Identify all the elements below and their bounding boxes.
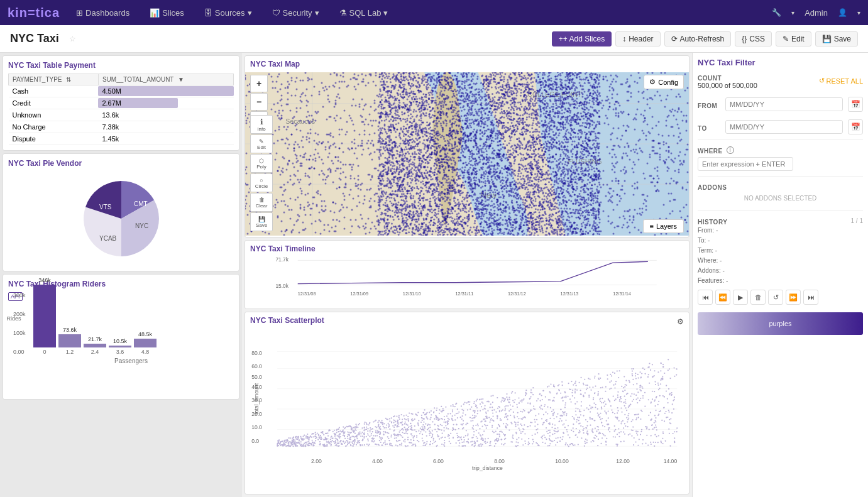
svg-point-1305 <box>534 422 536 423</box>
history-first-button[interactable]: ⏮ <box>698 290 713 305</box>
from-date-input[interactable] <box>725 97 843 111</box>
wrench-icon[interactable]: 🔧 <box>772 8 781 17</box>
table-row: No Charge 7.38k <box>9 121 234 133</box>
svg-point-1459 <box>635 373 636 374</box>
svg-point-1603 <box>347 438 348 439</box>
auto-refresh-button[interactable]: ⟳ Auto-Refresh <box>664 31 732 46</box>
sort-desc-icon[interactable]: ▼ <box>178 76 184 83</box>
sort-icon[interactable]: ⇅ <box>66 76 71 83</box>
header-button[interactable]: ↕ Header <box>615 31 660 46</box>
css-button[interactable]: {} CSS <box>735 31 772 46</box>
svg-point-1630 <box>615 444 617 445</box>
poly-tool-button[interactable]: ⬡ Poly <box>250 154 273 173</box>
logo[interactable]: kin=tica <box>8 6 60 20</box>
map-area[interactable]: Secaucus COLLEGE POINT FLUSHING New setT… <box>245 72 689 236</box>
svg-point-1343 <box>363 430 365 431</box>
svg-point-1615 <box>314 435 316 437</box>
zoom-out-button[interactable]: − <box>250 93 268 111</box>
user-icon[interactable]: 👤 <box>838 8 847 17</box>
history-prev-button[interactable]: ⏪ <box>715 290 730 305</box>
to-date-input[interactable] <box>725 120 843 134</box>
nav-slices[interactable]: 📊 Slices <box>146 8 188 18</box>
from-calendar-button[interactable]: 📅 <box>848 97 863 112</box>
svg-point-1107 <box>480 434 481 435</box>
svg-point-163 <box>589 405 590 406</box>
svg-text:4.00: 4.00 <box>372 458 383 464</box>
svg-point-1117 <box>551 427 552 428</box>
svg-point-561 <box>579 417 580 418</box>
svg-point-734 <box>431 437 432 438</box>
svg-point-415 <box>607 378 608 380</box>
svg-point-1400 <box>573 384 574 385</box>
nav-dashboards[interactable]: ⊞ Dashboards <box>72 8 133 18</box>
info-tool-button[interactable]: ℹ Info <box>250 115 273 134</box>
svg-point-2045 <box>527 402 529 403</box>
nav-sqllab[interactable]: ⚗ SQL Lab ▾ <box>336 8 392 18</box>
svg-point-858 <box>495 431 497 432</box>
svg-point-1386 <box>461 423 462 425</box>
nav-sources[interactable]: 🗄 Sources ▾ <box>201 8 256 18</box>
save-tool-button[interactable]: 💾 Save <box>250 212 273 231</box>
svg-point-246 <box>621 412 622 413</box>
add-slices-button[interactable]: + + Add Slices <box>552 31 612 46</box>
svg-point-120 <box>530 422 531 423</box>
svg-point-718 <box>448 435 449 437</box>
clear-tool-button[interactable]: 🗑 Clear <box>250 193 273 212</box>
history-loop-button[interactable]: ↺ <box>768 290 783 305</box>
svg-point-59 <box>380 426 381 427</box>
svg-point-1443 <box>474 410 475 412</box>
svg-point-1166 <box>495 412 497 413</box>
to-calendar-button[interactable]: 📅 <box>848 119 863 134</box>
svg-point-591 <box>370 431 371 432</box>
svg-point-1470 <box>432 430 433 432</box>
svg-point-1805 <box>346 440 348 441</box>
svg-point-124 <box>611 380 612 381</box>
circle-tool-button[interactable]: ○ Circle <box>250 173 273 192</box>
svg-point-1566 <box>627 415 629 416</box>
svg-point-1874 <box>635 398 637 400</box>
svg-point-597 <box>423 422 424 423</box>
svg-point-1441 <box>549 435 551 437</box>
color-palette-strip[interactable]: purples <box>698 312 863 335</box>
svg-point-1106 <box>412 435 413 436</box>
svg-point-1546 <box>597 413 598 414</box>
svg-point-1727 <box>595 407 596 408</box>
history-delete-button[interactable]: 🗑 <box>750 290 766 305</box>
history-play-button[interactable]: ▶ <box>733 290 748 305</box>
svg-point-700 <box>601 407 602 408</box>
star-icon[interactable]: ☆ <box>69 35 76 43</box>
reset-all-button[interactable]: ↺ RESET ALL <box>819 77 864 85</box>
layers-button[interactable]: ≡ Layers <box>643 219 684 233</box>
history-next-button[interactable]: ⏩ <box>786 290 801 305</box>
user-chevron-icon[interactable]: ▾ <box>857 9 860 16</box>
svg-point-1599 <box>493 420 494 422</box>
svg-point-443 <box>515 426 517 427</box>
svg-point-714 <box>510 409 512 410</box>
svg-point-1382 <box>504 410 505 411</box>
svg-point-1792 <box>558 389 559 390</box>
config-button[interactable]: ⚙ Config <box>644 75 684 89</box>
history-last-button[interactable]: ⏭ <box>803 290 818 305</box>
svg-point-530 <box>560 393 561 394</box>
svg-point-634 <box>585 443 586 444</box>
edit-button[interactable]: ✎ Edit <box>776 31 811 46</box>
save-button[interactable]: 💾 Save <box>815 31 858 46</box>
nav-security[interactable]: 🛡 Security ▾ <box>268 8 323 18</box>
svg-point-519 <box>617 396 618 398</box>
svg-point-249 <box>655 405 656 407</box>
where-expression-input[interactable] <box>698 157 793 171</box>
scatter-gear-icon[interactable]: ⚙ <box>677 317 684 326</box>
svg-point-236 <box>654 427 655 429</box>
svg-point-1479 <box>388 425 390 427</box>
svg-point-1314 <box>473 425 474 427</box>
svg-point-880 <box>581 437 582 439</box>
svg-point-257 <box>439 429 440 430</box>
svg-point-1487 <box>448 413 449 415</box>
svg-point-556 <box>584 440 585 442</box>
chevron-down-icon[interactable]: ▾ <box>791 9 794 16</box>
svg-point-427 <box>510 422 512 423</box>
zoom-in-button[interactable]: + <box>250 75 268 92</box>
svg-point-387 <box>631 429 632 430</box>
edit-tool-button[interactable]: ✎ Edit <box>250 134 273 153</box>
svg-point-1197 <box>298 436 299 437</box>
